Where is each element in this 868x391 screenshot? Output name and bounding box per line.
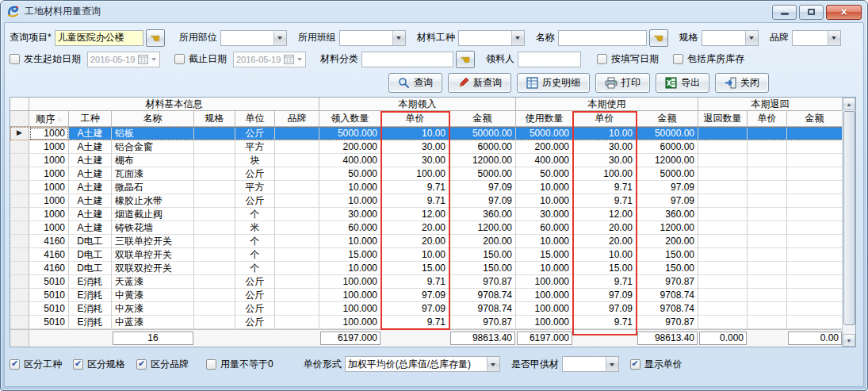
- grid-cell-ret-amount[interactable]: [787, 181, 843, 194]
- grid-cell-ret-qty[interactable]: [698, 154, 748, 167]
- table-row[interactable]: ▶1000A土建铝板公斤5000.00010.0050000.005000.00…: [10, 127, 855, 140]
- grid-cell-name[interactable]: 微晶石: [112, 181, 194, 194]
- table-row[interactable]: 1000A土建铝合金窗平方200.00030.006000.00200.0003…: [10, 140, 855, 154]
- grid-cell-brand[interactable]: [275, 262, 319, 275]
- table-row[interactable]: 4160D电工双联双控开关个10.00015.00150.0010.00015.…: [10, 262, 855, 275]
- grid-cell-recv-qty[interactable]: 10.000: [319, 235, 381, 248]
- print-button[interactable]: 打印: [595, 73, 650, 93]
- grid-cell-recv-amount[interactable]: 1200.00: [449, 221, 516, 235]
- grid-cell-recv-amount[interactable]: 12000.00: [449, 154, 516, 167]
- table-row[interactable]: 5010E消耗天蓝漆公斤100.0009.71970.87100.0009.71…: [10, 275, 855, 289]
- grid-cell-recv-price[interactable]: 100.00: [381, 167, 449, 181]
- close-button[interactable]: ×: [826, 5, 862, 20]
- grid-cell-ret-price[interactable]: [748, 262, 787, 275]
- grid-cell-spec[interactable]: [194, 248, 235, 262]
- grid-cell-brand[interactable]: [275, 167, 319, 181]
- grid-cell-brand[interactable]: [275, 140, 319, 154]
- grid-cell-recv-amount[interactable]: 200.00: [449, 235, 516, 248]
- grid-cell-used-price[interactable]: 15.00: [573, 262, 637, 275]
- usage-nonzero-checkbox[interactable]: [206, 359, 216, 370]
- grid-cell-used-price[interactable]: 20.00: [573, 221, 637, 235]
- grid-cell-recv-qty[interactable]: 5000.000: [319, 127, 381, 140]
- grid-cell-used-amount[interactable]: 150.00: [637, 248, 698, 262]
- query-button[interactable]: 查询: [388, 73, 442, 93]
- table-row[interactable]: 5010E消耗中黄漆公斤100.00097.099708.74100.00097…: [10, 289, 855, 302]
- grid-cell-ret-qty[interactable]: [698, 194, 748, 208]
- grid-cell-ret-price[interactable]: [748, 167, 787, 181]
- grid-cell-recv-qty[interactable]: 15.000: [319, 248, 381, 262]
- grid-cell-recv-amount[interactable]: 9708.74: [449, 302, 516, 316]
- col-header-spec[interactable]: 规格: [194, 111, 235, 127]
- brand-select[interactable]: [792, 30, 841, 46]
- grid-cell-recv-qty[interactable]: 200.000: [319, 140, 381, 154]
- grid-cell-recv-price[interactable]: 30.00: [381, 154, 449, 167]
- grid-cell-ret-amount[interactable]: [787, 302, 843, 316]
- grid-cell-recv-price[interactable]: 9.71: [381, 181, 449, 194]
- grid-cell-recv-price[interactable]: 10.00: [381, 127, 449, 140]
- grid-cell-used-qty[interactable]: 15.000: [516, 248, 573, 262]
- grid-cell-ret-amount[interactable]: [787, 127, 843, 140]
- grid-cell-recv-price[interactable]: 10.00: [381, 248, 449, 262]
- grid-cell-spec[interactable]: [194, 221, 235, 235]
- grid-cell-used-qty[interactable]: 60.000: [516, 221, 573, 235]
- grid-cell-spec[interactable]: [194, 181, 235, 194]
- table-row[interactable]: 4160D电工三联单控开关个10.00020.00200.0010.00020.…: [10, 235, 855, 248]
- grid-cell-ret-amount[interactable]: [787, 248, 843, 262]
- grid-cell-used-price[interactable]: 12.00: [573, 208, 637, 221]
- grid-cell-used-amount[interactable]: 50000.00: [637, 127, 698, 140]
- grid-cell-name[interactable]: 双联双控开关: [112, 262, 194, 275]
- grid-cell-worktype[interactable]: D电工: [69, 248, 112, 262]
- grid-cell-recv-price[interactable]: 15.00: [381, 262, 449, 275]
- table-row[interactable]: 4160D电工双联单控开关个15.00010.00150.0015.00010.…: [10, 248, 855, 262]
- grid-cell-worktype[interactable]: E消耗: [69, 275, 112, 289]
- picker-input[interactable]: [518, 52, 581, 67]
- grid-cell-ret-amount[interactable]: [787, 194, 843, 208]
- col-header-used-price[interactable]: 单价: [573, 111, 637, 127]
- grid-cell-brand[interactable]: [275, 208, 319, 221]
- grid-cell-used-qty[interactable]: 400.000: [516, 154, 573, 167]
- grid-cell-used-price[interactable]: 30.00: [573, 140, 637, 154]
- grid-cell-recv-price[interactable]: 97.09: [381, 302, 449, 316]
- grid-cell-used-amount[interactable]: 6000.00: [637, 140, 698, 154]
- grid-cell-ret-qty[interactable]: [698, 248, 748, 262]
- grid-cell-recv-amount[interactable]: 5000.00: [449, 167, 516, 181]
- scroll-up-button[interactable]: ▲: [843, 98, 855, 110]
- grid-cell-recv-amount[interactable]: 97.09: [449, 194, 516, 208]
- grid-cell-recv-amount[interactable]: 150.00: [449, 248, 516, 262]
- grid-cell-name[interactable]: 烟道截止阀: [112, 208, 194, 221]
- grid-cell-recv-amount[interactable]: 150.00: [449, 262, 516, 275]
- grid-cell-recv-amount[interactable]: 50000.00: [449, 127, 516, 140]
- table-row[interactable]: 1000A土建棚布块400.00030.0012000.00400.00030.…: [10, 154, 855, 167]
- distinguish-worktype-checkbox[interactable]: [10, 359, 20, 370]
- grid-cell-seq[interactable]: 1000: [29, 167, 69, 181]
- grid-cell-used-qty[interactable]: 100.000: [516, 316, 573, 329]
- price-form-select[interactable]: 加权平均价(总库值/总库存量): [345, 356, 500, 372]
- grid-cell-unit[interactable]: 公斤: [235, 167, 275, 181]
- grid-cell-seq[interactable]: 4160: [29, 248, 69, 262]
- grid-cell-recv-price[interactable]: 9.71: [381, 194, 449, 208]
- grid-cell-ret-qty[interactable]: [698, 302, 748, 316]
- grid-cell-ret-qty[interactable]: [698, 262, 748, 275]
- col-header-worktype[interactable]: 工种: [69, 111, 112, 127]
- grid-cell-recv-price[interactable]: 30.00: [381, 140, 449, 154]
- table-row[interactable]: 1000A土建微晶石平方10.0009.7197.0910.0009.7197.…: [10, 181, 855, 194]
- grid-cell-used-price[interactable]: 9.71: [573, 181, 637, 194]
- distinguish-brand-checkbox[interactable]: [136, 359, 147, 370]
- grid-cell-seq[interactable]: 1000: [29, 127, 69, 140]
- restore-button[interactable]: [799, 5, 824, 20]
- grid-cell-used-qty[interactable]: 5000.000: [516, 127, 573, 140]
- grid-cell-recv-price[interactable]: 12.00: [381, 208, 449, 221]
- grid-cell-used-amount[interactable]: 970.87: [637, 316, 698, 329]
- grid-cell-unit[interactable]: 个: [235, 235, 275, 248]
- start-date-checkbox[interactable]: [10, 54, 20, 64]
- export-button[interactable]: 导出: [656, 73, 709, 93]
- col-header-ret-qty[interactable]: 退回数量: [698, 111, 748, 127]
- grid-cell-brand[interactable]: [275, 194, 319, 208]
- grid-cell-brand[interactable]: [275, 275, 319, 289]
- grid-cell-brand[interactable]: [275, 181, 319, 194]
- col-header-ret-price[interactable]: 单价: [748, 111, 787, 127]
- grid-cell-name[interactable]: 铝板: [112, 127, 194, 140]
- grid-cell-name[interactable]: 三联单控开关: [112, 235, 194, 248]
- grid-cell-used-amount[interactable]: 97.09: [637, 181, 698, 194]
- grid-cell-used-qty[interactable]: 100.000: [516, 275, 573, 289]
